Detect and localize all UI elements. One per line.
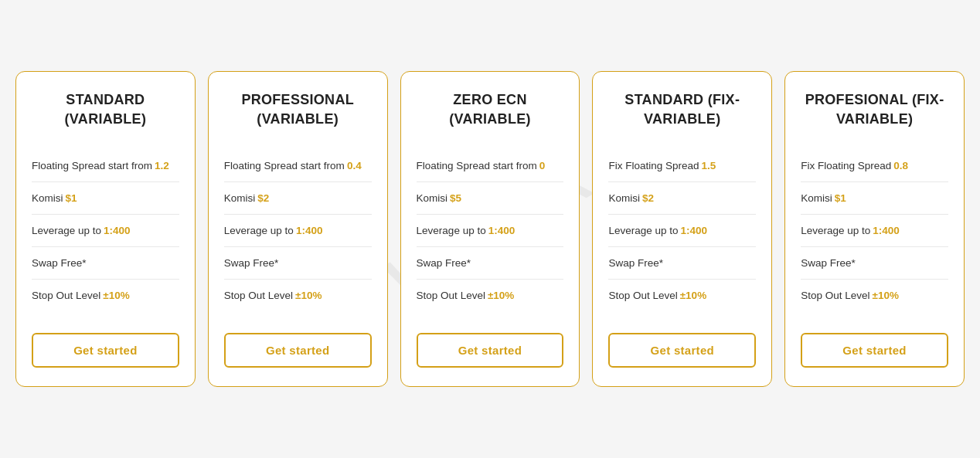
- feature-row-0-0: Floating Spread start from 1.2: [32, 150, 179, 182]
- feature-label-2-4: Stop Out Level: [417, 290, 485, 301]
- feature-value-4-4: ±10%: [873, 290, 899, 301]
- feature-row-2-2: Leverage up to 1:400: [417, 215, 564, 247]
- feature-label-2-0: Floating Spread start from: [417, 160, 537, 171]
- feature-label-4-3: Swap Free*: [801, 257, 856, 269]
- get-started-button-professional-variable[interactable]: Get started: [224, 333, 372, 368]
- feature-value-1-2: 1:400: [296, 225, 323, 236]
- feature-label-3-3: Swap Free*: [608, 257, 663, 269]
- card-standard-fix-variable: STANDARD (FIX- VARIABLE)Fix Floating Spr…: [592, 71, 772, 387]
- feature-label-3-1: Komisi: [608, 192, 640, 204]
- feature-row-3-0: Fix Floating Spread 1.5: [608, 150, 756, 182]
- feature-label-0-0: Floating Spread start from: [32, 160, 152, 171]
- feature-label-2-1: Komisi: [417, 192, 448, 204]
- feature-label-3-4: Stop Out Level: [608, 290, 677, 301]
- feature-row-4-4: Stop Out Level ±10%: [801, 280, 948, 311]
- feature-row-1-0: Floating Spread start from 0.4: [224, 150, 372, 182]
- feature-value-3-0: 1.5: [701, 160, 716, 171]
- feature-label-1-4: Stop Out Level: [224, 290, 293, 301]
- feature-label-1-2: Leverage up to: [224, 225, 294, 236]
- card-zero-ecn-variable: ZERO ECN (VARIABLE)Floating Spread start…: [400, 71, 580, 387]
- feature-row-2-0: Floating Spread start from 0: [417, 150, 564, 182]
- feature-label-2-3: Swap Free*: [417, 257, 471, 269]
- feature-value-1-4: ±10%: [295, 290, 322, 301]
- card-features-profesional-fix-variable: Fix Floating Spread 0.8Komisi $1Leverage…: [801, 150, 948, 311]
- feature-row-1-4: Stop Out Level ±10%: [224, 280, 372, 311]
- card-features-standard-variable: Floating Spread start from 1.2Komisi $1L…: [32, 150, 179, 311]
- get-started-button-standard-variable[interactable]: Get started: [32, 333, 179, 368]
- feature-value-2-4: ±10%: [488, 290, 514, 301]
- feature-label-0-3: Swap Free*: [32, 257, 87, 269]
- feature-value-4-0: 0.8: [893, 160, 908, 171]
- feature-label-1-1: Komisi: [224, 192, 256, 204]
- feature-label-0-2: Leverage up to: [32, 225, 101, 236]
- feature-label-3-0: Fix Floating Spread: [608, 160, 699, 171]
- feature-label-4-1: Komisi: [801, 192, 832, 204]
- feature-label-3-2: Leverage up to: [608, 225, 678, 236]
- feature-row-0-2: Leverage up to 1:400: [32, 215, 179, 247]
- feature-row-1-3: Swap Free*: [224, 247, 372, 280]
- feature-label-1-0: Floating Spread start from: [224, 160, 345, 171]
- feature-value-3-4: ±10%: [680, 290, 706, 301]
- feature-row-3-3: Swap Free*: [608, 247, 756, 280]
- card-title-zero-ecn-variable: ZERO ECN (VARIABLE): [417, 90, 564, 128]
- feature-row-4-3: Swap Free*: [801, 247, 948, 280]
- get-started-button-profesional-fix-variable[interactable]: Get started: [801, 333, 948, 368]
- card-professional-variable: PROFESSIONAL (VARIABLE)Floating Spread s…: [208, 71, 388, 387]
- card-features-standard-fix-variable: Fix Floating Spread 1.5Komisi $2Leverage…: [608, 150, 756, 311]
- feature-label-0-1: Komisi: [32, 192, 63, 204]
- feature-row-0-4: Stop Out Level ±10%: [32, 280, 179, 311]
- feature-value-0-0: 1.2: [155, 160, 169, 171]
- feature-value-4-2: 1:400: [873, 225, 900, 236]
- feature-value-3-2: 1:400: [680, 225, 707, 236]
- card-title-professional-variable: PROFESSIONAL (VARIABLE): [224, 90, 372, 128]
- feature-value-0-1: $1: [66, 192, 77, 204]
- feature-value-3-1: $2: [642, 192, 654, 204]
- feature-label-0-4: Stop Out Level: [32, 290, 100, 301]
- feature-row-4-0: Fix Floating Spread 0.8: [801, 150, 948, 182]
- feature-row-2-4: Stop Out Level ±10%: [417, 280, 564, 311]
- feature-value-0-4: ±10%: [103, 290, 129, 301]
- card-title-standard-fix-variable: STANDARD (FIX- VARIABLE): [608, 90, 756, 128]
- card-features-zero-ecn-variable: Floating Spread start from 0Komisi $5Lev…: [417, 150, 564, 311]
- feature-value-2-0: 0: [539, 160, 546, 171]
- feature-value-4-1: $1: [835, 192, 846, 204]
- card-title-profesional-fix-variable: PROFESIONAL (FIX- VARIABLE): [801, 90, 948, 128]
- feature-row-1-2: Leverage up to 1:400: [224, 215, 372, 247]
- feature-row-3-4: Stop Out Level ±10%: [608, 280, 756, 311]
- feature-label-4-2: Leverage up to: [801, 225, 870, 236]
- get-started-button-standard-fix-variable[interactable]: Get started: [608, 333, 756, 368]
- feature-value-0-2: 1:400: [104, 225, 131, 236]
- card-title-standard-variable: STANDARD (VARIABLE): [32, 90, 179, 128]
- card-features-professional-variable: Floating Spread start from 0.4Komisi $2L…: [224, 150, 372, 311]
- feature-row-2-1: Komisi $5: [417, 182, 564, 215]
- feature-row-4-1: Komisi $1: [801, 182, 948, 215]
- feature-label-1-3: Swap Free*: [224, 257, 279, 269]
- feature-label-2-2: Leverage up to: [417, 225, 486, 236]
- feature-row-0-1: Komisi $1: [32, 182, 179, 215]
- feature-value-2-1: $5: [450, 192, 461, 204]
- feature-label-4-4: Stop Out Level: [801, 290, 869, 301]
- feature-label-4-0: Fix Floating Spread: [801, 160, 891, 171]
- feature-row-0-3: Swap Free*: [32, 247, 179, 280]
- feature-value-1-1: $2: [257, 192, 269, 204]
- feature-value-2-2: 1:400: [488, 225, 516, 236]
- feature-row-3-2: Leverage up to 1:400: [608, 215, 756, 247]
- feature-row-1-1: Komisi $2: [224, 182, 372, 215]
- cards-container: STANDARD (VARIABLE)Floating Spread start…: [15, 71, 965, 387]
- feature-value-1-0: 0.4: [347, 160, 362, 171]
- feature-row-4-2: Leverage up to 1:400: [801, 215, 948, 247]
- get-started-button-zero-ecn-variable[interactable]: Get started: [417, 333, 564, 368]
- feature-row-2-3: Swap Free*: [417, 247, 564, 280]
- feature-row-3-1: Komisi $2: [608, 182, 756, 215]
- card-profesional-fix-variable: PROFESIONAL (FIX- VARIABLE)Fix Floating …: [784, 71, 965, 387]
- card-standard-variable: STANDARD (VARIABLE)Floating Spread start…: [15, 71, 196, 387]
